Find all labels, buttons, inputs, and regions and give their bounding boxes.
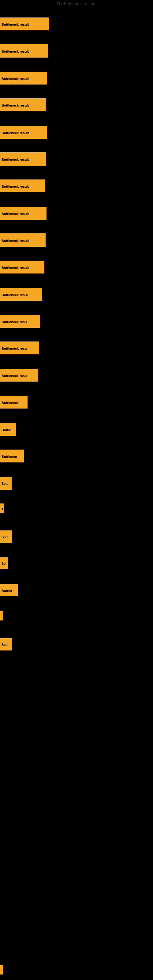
bottleneck-badge-16: Bottle bbox=[0, 423, 16, 436]
bottleneck-badge-14: Bottleneck resu bbox=[0, 369, 38, 382]
bottleneck-badge-5: Bottleneck result bbox=[0, 126, 47, 139]
bottleneck-badge-24: Bott bbox=[0, 638, 12, 651]
site-title: TheBottlenecker.com bbox=[0, 0, 153, 7]
bottleneck-badge-20: Bott bbox=[0, 530, 12, 543]
bottleneck-badge-4: Bottleneck result bbox=[0, 98, 46, 111]
bottleneck-badge-12: Bottleneck resu bbox=[0, 315, 40, 328]
bottleneck-badge-22: Bottler bbox=[0, 584, 18, 596]
bottleneck-badge-17: Bottlenec bbox=[0, 450, 24, 463]
bottleneck-badge-3: Bottleneck result bbox=[0, 72, 47, 84]
bottleneck-badge-8: Bottleneck result bbox=[0, 207, 46, 220]
bottleneck-badge-2: Bottleneck result bbox=[0, 44, 48, 57]
bottleneck-badge-15: Bottleneck bbox=[0, 396, 27, 409]
bottleneck-badge-13: Bottleneck resu bbox=[0, 342, 39, 354]
bottleneck-badge-7: Bottleneck result bbox=[0, 180, 45, 192]
bottleneck-badge-11: Bottleneck resul bbox=[0, 288, 42, 301]
bottleneck-badge-6: Bottleneck result bbox=[0, 152, 46, 166]
bottleneck-badge-1: Bottleneck result bbox=[0, 18, 49, 30]
bottleneck-badge-9: Bottleneck result bbox=[0, 233, 46, 247]
bottleneck-badge-19: B bbox=[0, 503, 4, 513]
bottleneck-badge-23: | bbox=[0, 611, 3, 620]
bottleneck-badge-18: Bott bbox=[0, 477, 12, 490]
bottleneck-badge-10: Bottleneck result bbox=[0, 261, 45, 274]
bottleneck-badge-21: Bo bbox=[0, 557, 8, 569]
bottleneck-badge-25: | bbox=[0, 965, 3, 975]
